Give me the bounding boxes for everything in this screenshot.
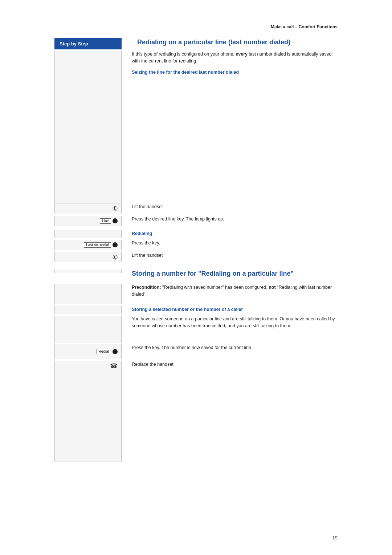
sub-heading-2-left [54,230,122,238]
step-by-step-box: Step by Step [54,38,122,49]
page: Make a call – Comfort Functions Step by … [0,0,392,555]
sub-heading-2: Redialing [132,231,338,236]
step-by-step-label: Step by Step [60,41,88,46]
row-redial: Redial Press the key. The number is now … [54,344,338,359]
row-lift-text-1: Lift the handset [132,204,163,209]
row-redial-left: Redial [54,344,122,359]
section1-title: Redialing on a particular line (last num… [137,38,338,46]
last-redial-key-widget: Last no. redial [84,242,118,248]
row-lift-right-2: Lift the handset [122,252,338,259]
row-last-redial-right: Press the key. [122,240,338,247]
section2-title-right: Storing a number for "Redialing on a par… [122,270,338,282]
precond-label: Precondition: [132,285,161,290]
redial-key-widget: Redial [97,349,118,354]
section2-precond-text: Precondition: "Redialing with saved numb… [132,284,338,298]
row-redial-right: Press the key. The number is now saved f… [122,344,338,351]
row-lift-right-1: Lift the handset [122,203,338,210]
row-replace-text: Replace the handset. [132,362,175,367]
line-key-widget: Line [100,218,118,224]
sub-heading-3-row: Storing a selected number or the number … [54,305,338,314]
row-redial-text: Press the key. The number is now saved f… [132,345,252,350]
row-replace-handset: ☎︎ Replace the handset. [54,361,338,371]
line-key-dot [113,218,118,223]
section2-precond-left [54,284,122,304]
row-lift-handset-1: ✆ Lift the handset [54,203,338,214]
section2-precond-right: Precondition: "Redialing with saved numb… [122,284,338,303]
section2-body-right: You have called someone on a particular … [122,316,338,335]
sub-heading-3-left [54,305,122,314]
section1-intro: If this type of redialing is configured … [132,51,338,65]
precond-text: "Redialing with saved number" has been c… [132,285,332,297]
handset-down-icon: ☎︎ [110,362,118,370]
step-by-step-col: Step by Step [54,38,127,49]
sub-heading-1-text: Seizing the line for the desired last nu… [132,70,239,75]
last-redial-key-btn: Last no. redial [84,242,111,248]
section2-title: Storing a number for "Redialing on a par… [132,270,338,278]
step-box-border [54,51,122,203]
last-redial-dot [113,242,118,247]
row-lift-left-1: ✆ [54,203,122,214]
redial-key-btn: Redial [97,349,111,354]
row-line-right: Press the desired line key. The lamp lig… [122,216,338,223]
handset-up-icon-2: ✆ [111,253,119,262]
row-lift-left-2: ✆ [54,252,122,262]
sub-heading-3-right: Storing a selected number or the number … [122,305,338,314]
page-number: 19 [332,535,338,540]
section2-precond-row: Precondition: "Redialing with saved numb… [54,284,338,304]
line-key-btn: Line [100,218,111,224]
handset-up-icon-1: ✆ [111,204,119,213]
sub-heading-3: Storing a selected number or the number … [132,307,338,312]
sub-heading-2-row: Redialing [54,230,338,238]
section1-content: If this type of redialing is configured … [122,51,338,203]
step-by-step-row: Step by Step Redialing on a particular l… [54,38,338,51]
header-label: Make a call – Comfort Functions [271,24,338,29]
section1-title-col: Redialing on a particular line (last num… [127,38,338,51]
header-area: Make a call – Comfort Functions [54,22,338,29]
row-lift-text-2: Lift the handset [132,253,163,258]
right-col-bottom [122,371,338,462]
row-replace-right: Replace the handset. [122,361,338,368]
row-last-redial-left: Last no. redial [54,240,122,250]
sub-heading-1: Seizing the line for the desired last nu… [132,70,338,75]
section1-body-row: If this type of redialing is configured … [54,51,338,203]
row-line-key: Line Press the desired line key. The lam… [54,216,338,226]
main-content: Step by Step Redialing on a particular l… [54,38,338,462]
left-col-bottom [54,371,122,462]
sub-heading-2-text: Redialing [132,231,152,236]
sub-heading-2-right: Redialing [122,230,338,238]
row-line-left: Line [54,216,122,226]
section2-body-left [54,316,122,343]
row-last-redial: Last no. redial Press the key. [54,240,338,250]
section2-title-row: Storing a number for "Redialing on a par… [54,270,338,282]
sub-heading-3-text: Storing a selected number or the number … [132,307,243,312]
section2-title-left [54,270,122,273]
redial-dot [113,349,118,354]
bottom-fill [54,371,338,462]
section2-body-row: You have called someone on a particular … [54,316,338,343]
row-last-redial-text: Press the key. [132,240,160,246]
section2-body-text: You have called someone on a particular … [132,316,338,329]
row-lift-handset-2: ✆ Lift the handset [54,252,338,262]
row-replace-left: ☎︎ [54,361,122,371]
row-line-text: Press the desired line key. The lamp lig… [132,216,224,222]
